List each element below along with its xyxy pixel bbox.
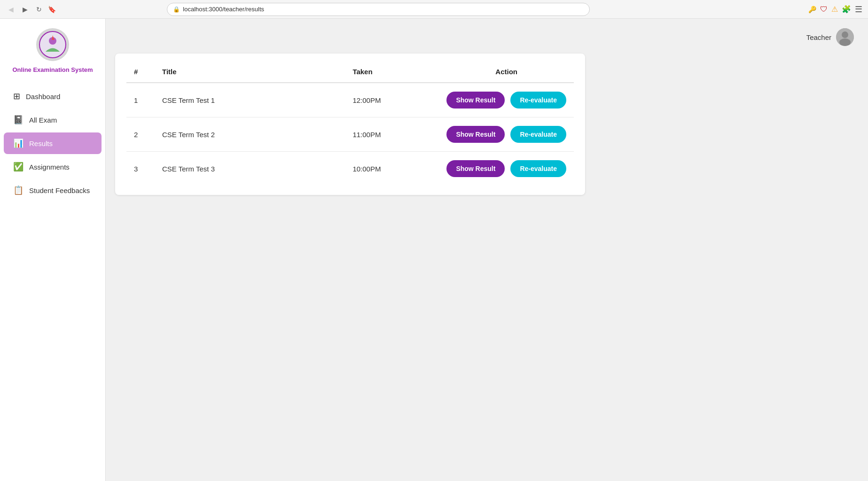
svg-point-4 (842, 31, 848, 38)
row-num: 3 (126, 152, 155, 186)
address-bar[interactable]: 🔒 localhost:3000/teacher/results (167, 3, 590, 16)
url-text: localhost:3000/teacher/results (183, 6, 264, 13)
table-row: 2 CSE Term Test 2 11:00PM Show Result Re… (126, 117, 574, 152)
warning-icon: ⚠ (831, 5, 838, 14)
row-taken: 11:00PM (345, 117, 439, 152)
row-actions: Show Result Re-evaluate (439, 152, 574, 186)
extensions-icon[interactable]: 🧩 (842, 5, 851, 14)
sidebar-nav: ⊞ Dashboard 📓 All Exam 📊 Results ✅ Assig… (0, 85, 105, 201)
row-num: 1 (126, 83, 155, 117)
row-actions: Show Result Re-evaluate (439, 117, 574, 151)
show-result-button[interactable]: Show Result (446, 92, 505, 109)
sidebar-item-results[interactable]: 📊 Results (4, 132, 102, 154)
table-row: 3 CSE Term Test 3 10:00PM Show Result Re… (126, 152, 574, 186)
col-header-num: # (126, 63, 155, 83)
user-name: Teacher (806, 33, 831, 41)
main-content: Teacher # Title Taken Action (106, 19, 868, 481)
row-actions: Show Result Re-evaluate (439, 83, 574, 117)
sidebar-item-all-exam-label: All Exam (29, 116, 57, 124)
security-icon: 🔒 (173, 6, 180, 13)
col-header-action: Action (439, 63, 574, 83)
row-num: 2 (126, 117, 155, 152)
browser-actions: 🔑 🛡 ⚠ 🧩 ☰ (808, 4, 862, 15)
sidebar-item-student-feedbacks-label: Student Feedbacks (29, 186, 90, 194)
assignments-icon: ✅ (13, 162, 23, 172)
show-result-button[interactable]: Show Result (446, 160, 505, 177)
feedbacks-icon: 📋 (13, 185, 23, 195)
table-row: 1 CSE Term Test 1 12:00PM Show Result Re… (126, 83, 574, 117)
sidebar-item-dashboard[interactable]: ⊞ Dashboard (4, 85, 102, 107)
row-title: CSE Term Test 2 (155, 117, 345, 152)
reevaluate-button[interactable]: Re-evaluate (510, 126, 566, 143)
user-info: Teacher (806, 28, 854, 46)
sidebar-title: Online Examination System (5, 66, 100, 74)
exam-icon: 📓 (13, 115, 23, 125)
show-result-button[interactable]: Show Result (446, 126, 505, 143)
browser-chrome: ◀ ▶ ↻ 🔖 🔒 localhost:3000/teacher/results… (0, 0, 868, 19)
results-table-card: # Title Taken Action 1 CSE Term Test 1 1… (115, 54, 585, 195)
row-taken: 12:00PM (345, 83, 439, 117)
reload-button[interactable]: ↻ (34, 4, 44, 15)
sidebar-logo (36, 28, 69, 61)
row-title: CSE Term Test 1 (155, 83, 345, 117)
results-icon: 📊 (13, 138, 23, 148)
forward-button[interactable]: ▶ (20, 4, 30, 15)
row-title: CSE Term Test 3 (155, 152, 345, 186)
app-layout: Online Examination System ⊞ Dashboard 📓 … (0, 19, 868, 481)
sidebar-item-assignments[interactable]: ✅ Assignments (4, 156, 102, 178)
dashboard-icon: ⊞ (13, 91, 20, 101)
avatar (836, 28, 854, 46)
col-header-taken: Taken (345, 63, 439, 83)
shield-icon: 🛡 (820, 5, 828, 14)
reevaluate-button[interactable]: Re-evaluate (510, 92, 566, 109)
key-icon: 🔑 (808, 6, 816, 13)
top-bar: Teacher (115, 28, 859, 46)
sidebar-item-dashboard-label: Dashboard (26, 93, 60, 101)
reevaluate-button[interactable]: Re-evaluate (510, 160, 566, 177)
back-button[interactable]: ◀ (6, 4, 16, 15)
row-taken: 10:00PM (345, 152, 439, 186)
sidebar-item-student-feedbacks[interactable]: 📋 Student Feedbacks (4, 179, 102, 201)
results-table: # Title Taken Action 1 CSE Term Test 1 1… (126, 63, 574, 186)
sidebar-item-assignments-label: Assignments (29, 163, 70, 171)
svg-point-5 (839, 39, 851, 46)
menu-icon[interactable]: ☰ (855, 4, 862, 15)
sidebar-item-results-label: Results (29, 140, 53, 147)
bookmark-icon[interactable]: 🔖 (48, 6, 56, 13)
sidebar: Online Examination System ⊞ Dashboard 📓 … (0, 19, 106, 481)
sidebar-item-all-exam[interactable]: 📓 All Exam (4, 109, 102, 131)
col-header-title: Title (155, 63, 345, 83)
